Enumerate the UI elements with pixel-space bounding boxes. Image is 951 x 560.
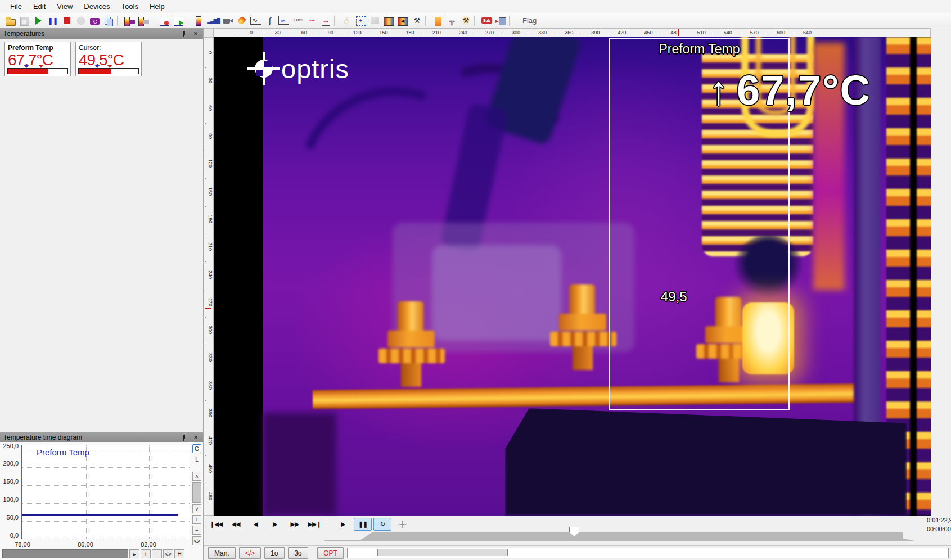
palette-arrow-icon[interactable] (382, 15, 396, 27)
zoom-area-icon[interactable] (354, 15, 368, 27)
chart-horizontal-scrollbar[interactable] (2, 549, 128, 558)
pause-button[interactable]: ❚❚ (354, 518, 372, 531)
grey-image-icon[interactable] (368, 15, 382, 27)
curve-icon[interactable] (263, 15, 277, 27)
vcell-330: 330 (204, 344, 213, 371)
separator (187, 16, 191, 26)
vertical-ruler[interactable]: 0306090120150180210240270300330360390420… (204, 37, 214, 516)
separator (327, 520, 331, 529)
fit-x-button[interactable]: <> (163, 549, 173, 558)
measure-range-icon[interactable] (319, 15, 333, 27)
hold-button[interactable]: H (174, 549, 184, 558)
timeline (204, 530, 951, 544)
opt-button[interactable]: OPT (317, 547, 344, 559)
sigma3-button[interactable]: 3σ (288, 547, 308, 559)
record-icon[interactable] (74, 15, 88, 27)
play-icon[interactable] (31, 15, 46, 27)
step-back-button[interactable]: ◀ (246, 518, 264, 531)
scroll-up-button[interactable]: ˄ (192, 472, 201, 481)
hand-pointer-icon[interactable] (340, 15, 354, 27)
ruler-cursor-y (205, 308, 211, 309)
gauge-marker-low[interactable] (94, 65, 100, 68)
digits-display-icon[interactable] (291, 15, 305, 27)
manual-mode-button[interactable]: Man. (208, 547, 236, 559)
snapshot-camera-icon[interactable] (88, 15, 102, 27)
close-icon[interactable]: × (192, 29, 200, 38)
play-button[interactable]: ▶ (334, 518, 352, 531)
status-progress-track[interactable] (347, 548, 949, 558)
y-tick-label: 150,0 (0, 478, 19, 485)
horizontal-ruler[interactable]: 0306090120150180210240270300330360390420… (214, 28, 931, 37)
thermal-image-view[interactable]: optris Preform Temp ↑ 67,7°C 49,5 (214, 37, 931, 516)
save-export-icon[interactable] (494, 15, 508, 27)
zoom-out-x-button[interactable]: − (152, 549, 162, 558)
copy-icon[interactable] (102, 15, 116, 27)
door-icon[interactable] (431, 15, 445, 27)
timeline-track[interactable] (324, 532, 921, 541)
histogram-icon[interactable] (206, 15, 220, 27)
flag-button[interactable]: Flag (517, 15, 542, 26)
fit-width-button[interactable]: <> (192, 536, 201, 545)
time-diagram-plot[interactable]: Preform Temp (21, 445, 190, 539)
gauge-marker-low[interactable] (24, 65, 29, 68)
menu-item-Devices[interactable]: Devices (78, 1, 115, 12)
vcell-240: 240 (204, 260, 213, 288)
step-forward-button[interactable]: ▶ (266, 518, 284, 531)
local-scale-button[interactable]: L (192, 455, 201, 464)
video-camera-icon[interactable] (220, 15, 235, 27)
hcell-60: 60 (291, 29, 317, 37)
menu-item-Edit[interactable]: Edit (28, 1, 51, 12)
menu-item-File[interactable]: File (4, 1, 28, 12)
menu-item-View[interactable]: View (51, 1, 78, 12)
red-dashes-icon[interactable] (305, 15, 319, 27)
chart-vertical-scrollbar[interactable] (192, 482, 201, 503)
hcell-0: 0 (238, 29, 264, 37)
zoom-in-button[interactable]: + (192, 515, 201, 524)
scroll-right-button[interactable]: ▸ (129, 549, 139, 558)
status-range-bar[interactable] (377, 549, 508, 556)
max-temperature-value: 67,7°C (737, 66, 871, 114)
save-icon[interactable] (17, 15, 31, 27)
loop-button[interactable]: ↻ (373, 518, 391, 531)
sigma1-button[interactable]: 1σ (264, 547, 285, 559)
subtract-icon[interactable] (480, 15, 494, 27)
open-icon[interactable] (3, 15, 17, 27)
range-slider-button[interactable]: ┄╂┄ (393, 518, 411, 531)
cursor-temperature-value: 49,5 (661, 289, 687, 305)
stop-icon[interactable] (60, 15, 74, 27)
fast-rewind-button[interactable]: ◀◀ (227, 518, 245, 531)
thermal-hot-column (917, 37, 931, 516)
zoom-out-button[interactable]: − (192, 526, 201, 535)
skip-end-button[interactable]: ▶▶❙ (305, 518, 323, 531)
isotherm-icon[interactable] (396, 15, 410, 27)
tools-config-icon[interactable] (459, 15, 473, 27)
pause-icon[interactable] (46, 15, 60, 27)
skip-start-button[interactable]: ❙◀◀ (207, 518, 225, 531)
zoom-in-x-button[interactable]: + (141, 549, 151, 558)
export-image-icon[interactable] (137, 15, 151, 27)
reading-gauge (78, 68, 139, 74)
menu-item-Help[interactable]: Help (144, 1, 170, 12)
t-pipe-icon[interactable] (445, 15, 459, 27)
layout-play-icon[interactable] (172, 15, 186, 27)
tools-icon[interactable] (410, 15, 424, 27)
code-button[interactable]: </> (239, 547, 261, 559)
close-icon[interactable]: × (192, 433, 200, 441)
toolbar: Flag (0, 13, 951, 28)
global-scale-button[interactable]: G (192, 444, 201, 453)
max-temperature-overlay: ↑ 67,7°C (709, 66, 871, 114)
save-image-icon[interactable] (123, 15, 137, 27)
time-diagram-title: Temperature time diagram (3, 433, 82, 441)
layout-red-icon[interactable] (157, 15, 172, 27)
menu-item-Tools[interactable]: Tools (116, 1, 144, 12)
multi-chart-icon[interactable] (277, 15, 291, 27)
pin-icon[interactable] (181, 434, 187, 441)
pin-icon[interactable] (181, 30, 187, 37)
fast-forward-button[interactable]: ▶▶ (286, 518, 304, 531)
gauge-marker-high[interactable] (107, 65, 112, 68)
scroll-down-button[interactable]: ˅ (192, 504, 201, 513)
palette-icon[interactable] (192, 15, 206, 27)
gauge-marker-high[interactable] (38, 65, 44, 68)
profile-chart-icon[interactable] (249, 15, 263, 27)
hotspot-icon[interactable] (235, 15, 249, 27)
